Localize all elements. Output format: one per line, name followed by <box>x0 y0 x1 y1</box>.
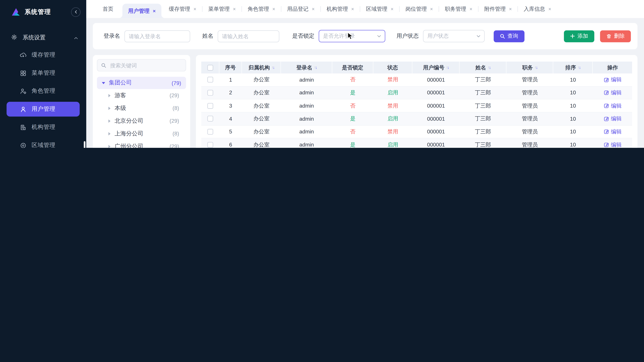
cell-login: admin <box>281 142 332 148</box>
column-header[interactable]: 归属机构↑↓ <box>242 61 281 73</box>
sidebar-item-org[interactable]: 机构管理 <box>0 118 86 136</box>
cell-user-no: 000001 <box>412 77 460 83</box>
tab-supplies-register[interactable]: 用品登记 × <box>282 0 320 18</box>
close-icon[interactable]: × <box>509 6 512 11</box>
sort-icon[interactable]: ↑↓ <box>534 65 537 70</box>
trash-icon <box>606 33 612 39</box>
cell-index: 1 <box>219 77 242 83</box>
lock-label: 是否锁定 <box>292 32 314 40</box>
column-header[interactable]: 用户编号↑↓ <box>412 61 460 73</box>
tab-role-mgmt[interactable]: 角色管理 × <box>242 0 281 18</box>
select-all-checkbox[interactable] <box>207 65 213 70</box>
column-header[interactable]: 登录名↑↓ <box>281 61 332 73</box>
sidebar-item-region[interactable]: 区域管理 <box>0 136 86 148</box>
sidebar-item-role[interactable]: 角色管理 <box>0 82 86 100</box>
tree-node[interactable]: 游客 (29) <box>97 89 186 102</box>
column-header[interactable]: 排序↑↓ <box>553 61 593 73</box>
status-label: 用户状态 <box>396 32 418 40</box>
tree-node[interactable]: 本级 (8) <box>97 102 186 114</box>
close-icon[interactable]: × <box>194 6 196 11</box>
cell-order: 10 <box>553 129 593 135</box>
cell-org: 办公室 <box>242 128 281 135</box>
close-icon[interactable]: × <box>351 6 354 11</box>
row-checkbox[interactable] <box>208 90 213 95</box>
search-button[interactable]: 查询 <box>494 30 524 42</box>
cell-title: 管理员 <box>506 128 553 135</box>
close-icon[interactable]: × <box>272 6 275 11</box>
app-title: 系统管理 <box>25 8 51 16</box>
cell-locked: 是 <box>332 141 373 148</box>
row-checkbox[interactable] <box>208 129 213 135</box>
sidebar-item-user[interactable]: 用户管理 <box>6 102 80 116</box>
cell-locked: 是 <box>332 115 373 122</box>
cell-index: 2 <box>219 90 242 96</box>
sort-icon[interactable]: ↑↓ <box>314 65 316 70</box>
lock-select[interactable]: 是否允许登录 <box>318 30 385 42</box>
sidebar-group-label: 系统设置 <box>23 34 46 41</box>
cell-locked: 否 <box>332 128 373 135</box>
add-button[interactable]: 添加 <box>564 30 594 42</box>
edit-link[interactable]: 编辑 <box>604 102 622 109</box>
sidebar-item-menu[interactable]: 菜单管理 <box>0 64 86 82</box>
tab-region-mgmt[interactable]: 区域管理 × <box>360 0 399 18</box>
edit-link[interactable]: 编辑 <box>604 128 622 135</box>
tree-node[interactable]: 上海分公司 (8) <box>97 127 186 140</box>
sidebar-scrollbar-thumb[interactable] <box>84 141 86 148</box>
tab-cache-mgmt[interactable]: 缓存管理 × <box>163 0 202 18</box>
close-icon[interactable]: × <box>470 6 472 11</box>
edit-link[interactable]: 编辑 <box>604 89 622 96</box>
cell-org: 办公室 <box>242 102 281 109</box>
delete-button[interactable]: 删除 <box>600 30 631 42</box>
tab-post-mgmt[interactable]: 岗位管理 × <box>400 0 439 18</box>
cell-login: admin <box>281 90 332 96</box>
org-tree-panel: 集团公司 (79) 游客 (29) 本级 (8) 北京分公司 (29) 上海分公… <box>93 55 190 148</box>
close-icon[interactable]: × <box>153 8 156 13</box>
tab-user-mgmt[interactable]: 用户管理 × <box>122 4 162 18</box>
node-count: (8) <box>172 131 179 137</box>
sidebar-item-cache[interactable]: 缓存管理 <box>0 46 86 64</box>
row-checkbox[interactable] <box>208 103 213 109</box>
tree-search-input[interactable] <box>109 62 182 69</box>
cell-user-no: 000001 <box>412 103 460 109</box>
sidebar-menu: 系统设置 缓存管理 菜单管理 角色管理 用户管理 机构管理 区域管理 岗 <box>0 24 86 148</box>
cell-login: admin <box>281 77 332 83</box>
tab-menu-mgmt[interactable]: 菜单管理 × <box>202 0 242 18</box>
sort-icon[interactable]: ↑↓ <box>578 65 580 70</box>
tab-inbound-info[interactable]: 入库信息 × <box>518 0 557 18</box>
close-icon[interactable]: × <box>233 6 236 11</box>
cell-order: 10 <box>553 103 593 109</box>
tab-attachment-mgmt[interactable]: 附件管理 × <box>478 0 518 18</box>
sidebar-group-system-settings[interactable]: 系统设置 <box>0 29 86 46</box>
cell-locked: 否 <box>332 76 373 83</box>
close-icon[interactable]: × <box>390 6 394 11</box>
tab-duty-mgmt[interactable]: 职务管理 × <box>439 0 478 18</box>
table-row: 2 办公室 admin 是 启用 000001 丁三郎 管理员 10 编辑 <box>201 86 632 99</box>
edit-link[interactable]: 编辑 <box>604 141 622 148</box>
column-header[interactable]: 职务↑↓ <box>506 61 553 73</box>
cell-locked: 否 <box>332 102 373 109</box>
row-checkbox[interactable] <box>208 116 213 121</box>
tab-org-mgmt[interactable]: 机构管理 × <box>321 0 360 18</box>
close-icon[interactable]: × <box>312 6 314 11</box>
row-checkbox[interactable] <box>208 77 213 83</box>
column-header[interactable]: 姓名↑↓ <box>460 61 506 73</box>
tree-node[interactable]: 北京分公司 (29) <box>97 114 186 127</box>
tree-node-root[interactable]: 集团公司 (79) <box>97 77 186 89</box>
edit-link[interactable]: 编辑 <box>604 115 622 122</box>
close-icon[interactable]: × <box>548 6 551 11</box>
app-logo-icon <box>10 7 21 17</box>
tree-node[interactable]: 广州分公司 (29) <box>97 140 186 148</box>
close-icon[interactable]: × <box>430 6 433 11</box>
edit-link[interactable]: 编辑 <box>604 76 622 83</box>
row-checkbox[interactable] <box>208 142 213 147</box>
sort-icon[interactable]: ↑↓ <box>272 65 274 70</box>
name-input[interactable] <box>218 30 279 42</box>
login-name-input[interactable] <box>124 30 190 42</box>
sidebar-collapse-button[interactable] <box>71 7 80 16</box>
column-header: 状态 <box>373 61 412 73</box>
sort-icon[interactable]: ↑↓ <box>446 65 448 70</box>
tab-home[interactable]: 首页 <box>95 0 121 18</box>
sort-icon[interactable]: ↑↓ <box>488 65 490 70</box>
caret-right-icon <box>108 145 110 148</box>
status-select[interactable]: 用户状态 <box>423 30 484 42</box>
